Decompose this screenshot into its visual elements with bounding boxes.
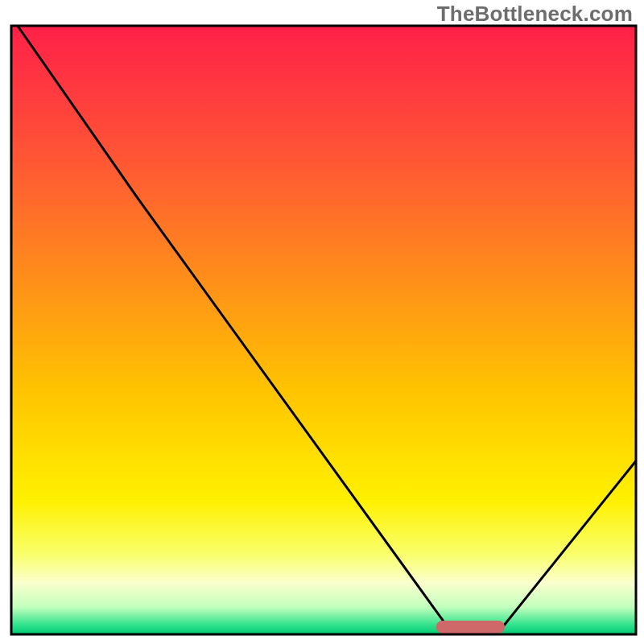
- chart-canvas: [0, 0, 644, 644]
- optimal-marker: [436, 621, 505, 634]
- watermark-label: TheBottleneck.com: [437, 2, 633, 27]
- chart-root: TheBottleneck.com: [0, 0, 644, 644]
- plot-background: [11, 26, 636, 634]
